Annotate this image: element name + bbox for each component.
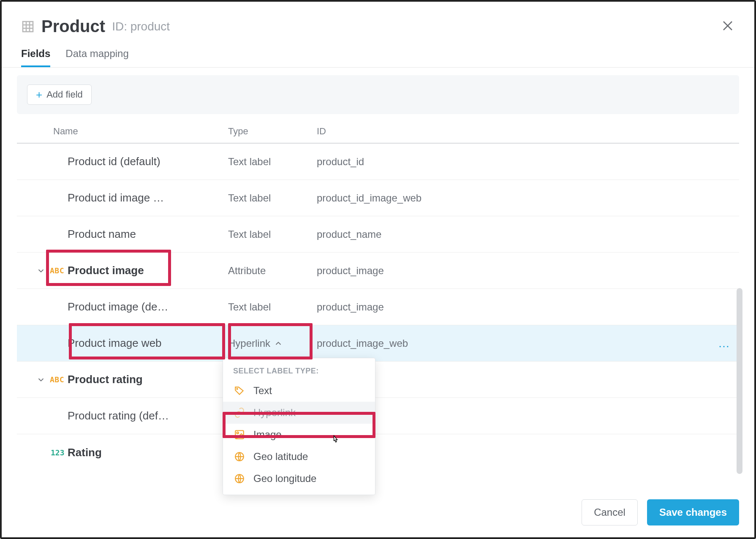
dropdown-item-geo-lat[interactable]: Geo latitude <box>223 446 375 468</box>
row-actions-button[interactable]: … <box>710 337 739 350</box>
svg-rect-0 <box>23 22 33 32</box>
table-row[interactable]: Product id (default) Text label product_… <box>17 144 739 180</box>
tab-data-mapping[interactable]: Data mapping <box>65 48 128 67</box>
save-button[interactable]: Save changes <box>647 499 739 525</box>
type-selector[interactable]: Hyperlink <box>228 338 317 349</box>
tab-fields[interactable]: Fields <box>21 48 50 67</box>
table-icon <box>21 20 35 33</box>
dialog-footer: Cancel Save changes <box>582 499 739 525</box>
scrollbar-thumb[interactable] <box>737 288 742 474</box>
dialog-title: Product <box>41 17 105 36</box>
svg-point-12 <box>237 389 238 389</box>
table-row-selected[interactable]: Product image web Hyperlink product_imag… <box>17 325 739 362</box>
cancel-button[interactable]: Cancel <box>582 499 638 525</box>
chevron-down-icon[interactable] <box>36 375 46 384</box>
dropdown-item-geo-lon[interactable]: Geo longitude <box>223 468 375 490</box>
table-row[interactable]: Product id image … Text label product_id… <box>17 180 739 216</box>
toolbar: + Add field <box>17 75 739 114</box>
tabs: Fields Data mapping <box>2 44 754 68</box>
plus-icon: + <box>36 89 42 100</box>
group-row-product-image[interactable]: ABC Product image Attribute product_imag… <box>17 253 739 289</box>
add-field-label: Add field <box>46 89 83 100</box>
table-row[interactable]: Product name Text label product_name <box>17 216 739 253</box>
abc-icon: ABC <box>50 375 64 384</box>
dropdown-header: SELECT LABEL TYPE: <box>223 358 375 380</box>
fields-table: Name Type ID Product id (default) Text l… <box>17 122 739 471</box>
tag-icon <box>234 385 245 396</box>
link-icon <box>234 407 245 418</box>
col-name: Name <box>17 126 228 137</box>
dialog-product-fields: Product ID: product Fields Data mapping … <box>0 0 756 539</box>
svg-point-14 <box>237 432 239 434</box>
group-row-rating[interactable]: 123 Rating <box>17 434 739 471</box>
table-row[interactable]: Product image (de… Text label product_im… <box>17 289 739 325</box>
number-icon: 123 <box>51 448 65 457</box>
image-icon <box>234 429 245 440</box>
chevron-up-icon <box>274 339 283 348</box>
group-row-product-rating[interactable]: ABC Product rating ng <box>17 362 739 398</box>
abc-icon: ABC <box>50 266 64 275</box>
close-icon[interactable] <box>721 19 734 32</box>
table-row[interactable]: Product rating (def… ng <box>17 398 739 434</box>
table-header: Name Type ID <box>17 122 739 144</box>
type-dropdown: SELECT LABEL TYPE: Text Hyperlink Image … <box>223 358 375 495</box>
col-type: Type <box>228 126 317 137</box>
col-id: ID <box>317 126 710 137</box>
entity-id: ID: product <box>112 20 170 33</box>
globe-icon <box>234 451 245 462</box>
dropdown-item-image[interactable]: Image <box>223 424 375 446</box>
dropdown-item-hyperlink[interactable]: Hyperlink <box>223 402 375 424</box>
dialog-header: Product ID: product <box>2 2 754 44</box>
chevron-down-icon[interactable] <box>36 266 46 275</box>
add-field-button[interactable]: + Add field <box>27 84 92 105</box>
dropdown-item-text[interactable]: Text <box>223 380 375 402</box>
globe-icon <box>234 473 245 484</box>
